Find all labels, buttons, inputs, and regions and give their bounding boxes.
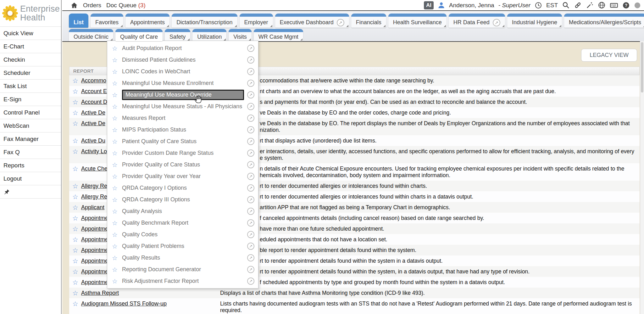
sidebar-item-reports[interactable]: Reports xyxy=(0,159,61,172)
favorite-star-icon[interactable]: ☆ xyxy=(72,183,81,189)
sidebar-item-control-panel[interactable]: Control Panel xyxy=(0,106,61,119)
tab-quality-of-care[interactable]: Quality of Care xyxy=(115,29,163,41)
report-link[interactable]: Asthma Report xyxy=(81,290,119,296)
open-report-icon[interactable]: ↗ xyxy=(247,103,254,110)
open-report-icon[interactable]: ↗ xyxy=(247,56,254,64)
open-report-icon[interactable]: ↗ xyxy=(247,45,254,52)
sidebar-item-logout[interactable]: Logout xyxy=(0,172,61,185)
open-report-icon[interactable]: ↗ xyxy=(247,231,254,238)
open-report-icon[interactable]: ↗ xyxy=(247,208,254,215)
favorite-star-icon[interactable]: ☆ xyxy=(112,126,120,134)
report-link[interactable]: Accommo xyxy=(81,77,106,84)
report-link[interactable]: Activity Lo xyxy=(81,148,107,155)
favorite-star-icon[interactable]: ☆ xyxy=(72,300,81,307)
home-icon[interactable] xyxy=(70,2,78,9)
report-link[interactable]: Appointme xyxy=(81,268,108,275)
tab-executive-dashboard[interactable]: Executive Dashboard↗ xyxy=(275,14,349,28)
report-link[interactable]: Allergy Re xyxy=(81,183,107,189)
search-icon[interactable] xyxy=(562,1,570,9)
report-link[interactable]: Appointme xyxy=(81,215,108,221)
favorite-star-icon[interactable]: ☆ xyxy=(112,184,120,192)
report-link[interactable]: Appointme xyxy=(81,236,108,243)
external-link-icon[interactable]: ↗ xyxy=(337,19,344,26)
open-report-icon[interactable]: ↗ xyxy=(247,219,254,227)
breadcrumb-doc-queue[interactable]: Doc Queue (3) xyxy=(106,2,146,9)
open-report-icon[interactable]: ↗ xyxy=(247,126,254,133)
favorite-star-icon[interactable]: ☆ xyxy=(112,266,120,273)
favorite-star-icon[interactable]: ☆ xyxy=(112,254,120,262)
favorite-star-icon[interactable]: ☆ xyxy=(112,91,120,99)
dropdown-item-loinc-codes[interactable]: ☆LOINC Codes in WebChart↗ xyxy=(107,66,258,77)
user-name[interactable]: Anderson, Jenna xyxy=(449,2,494,9)
open-report-icon[interactable]: ↗ xyxy=(247,184,254,192)
globe-icon[interactable] xyxy=(598,1,606,9)
clock-icon[interactable] xyxy=(535,2,542,9)
sidebar-item-fax-q[interactable]: Fax Q xyxy=(0,146,61,159)
open-report-icon[interactable]: ↗ xyxy=(247,80,254,87)
sidebar-item-webscan[interactable]: WebScan xyxy=(0,119,61,132)
report-link[interactable]: Active De xyxy=(81,109,105,116)
dropdown-item-provider-custom-date-range-status[interactable]: ☆Provider Custom Date Range Status↗ xyxy=(107,147,258,159)
report-link[interactable]: Applicant xyxy=(81,204,104,211)
open-report-icon[interactable]: ↗ xyxy=(247,243,254,250)
tab-employer[interactable]: Employer xyxy=(240,14,273,28)
open-report-icon[interactable]: ↗ xyxy=(247,173,254,180)
report-link[interactable]: Active Du xyxy=(81,137,105,144)
tab-hr-data-feed[interactable]: HR Data Feed↗ xyxy=(449,14,505,28)
report-link[interactable]: Appointme xyxy=(81,226,108,232)
open-report-icon[interactable]: ↗ xyxy=(247,115,254,122)
report-link[interactable]: Appointme xyxy=(81,258,108,264)
favorite-star-icon[interactable]: ☆ xyxy=(72,88,81,95)
sidebar-item-e-sign[interactable]: E-Sign xyxy=(0,93,61,106)
report-link[interactable]: Account E xyxy=(81,88,107,95)
report-link[interactable]: Active De xyxy=(81,120,105,127)
open-report-icon[interactable]: ↗ xyxy=(247,149,254,157)
external-link-icon[interactable]: ↗ xyxy=(493,19,500,26)
favorite-star-icon[interactable]: ☆ xyxy=(112,208,120,215)
dropdown-item-quality-patient-problems[interactable]: ☆Quality Patient Problems↗ xyxy=(107,240,258,252)
favorite-star-icon[interactable]: ☆ xyxy=(112,173,120,180)
favorite-star-icon[interactable]: ☆ xyxy=(72,120,81,127)
dropdown-item-risk-adjustment-factor-report[interactable]: ☆Risk Adjustment Factor Report↗ xyxy=(107,275,258,287)
tab-favorites[interactable]: Favorites xyxy=(91,14,123,28)
dropdown-item-provider-quality-of-care-status[interactable]: ☆Provider Quality of Care Status↗ xyxy=(107,159,258,171)
scrollbar-thumb[interactable] xyxy=(641,42,643,93)
favorite-star-icon[interactable]: ☆ xyxy=(72,148,81,155)
favorite-star-icon[interactable]: ☆ xyxy=(112,56,120,64)
favorite-star-icon[interactable]: ☆ xyxy=(112,80,120,87)
dropdown-item-reporting-document-generator[interactable]: ☆Reporting Document Generator↗ xyxy=(107,264,258,275)
dropdown-item-qrda-category-iii-options[interactable]: ☆QRDA Category III Options↗ xyxy=(107,194,258,205)
dropdown-item-quality-benchmark-report[interactable]: ☆Quality Benchmark Report↗ xyxy=(107,217,258,229)
favorite-star-icon[interactable]: ☆ xyxy=(112,161,120,169)
report-link[interactable]: Acute Che xyxy=(81,165,108,172)
tab-dictation-transcription[interactable]: Dictation/Transcription xyxy=(172,14,237,28)
dropdown-item-qrda-category-i-options[interactable]: ☆QRDA Category I Options↗ xyxy=(107,182,258,194)
dropdown-item-quality-analysis[interactable]: ☆Quality Analysis↗ xyxy=(107,205,258,217)
help-icon[interactable]: ? xyxy=(622,2,630,9)
breadcrumb-orders[interactable]: Orders xyxy=(83,2,101,9)
open-report-icon[interactable]: ↗ xyxy=(247,196,254,203)
favorite-star-icon[interactable]: ☆ xyxy=(112,149,120,157)
ai-badge[interactable]: AI xyxy=(424,1,434,9)
sidebar-item-fax-manager[interactable]: Fax Manager xyxy=(0,132,61,146)
favorite-star-icon[interactable]: ☆ xyxy=(72,236,81,243)
favorite-star-icon[interactable]: ☆ xyxy=(112,278,120,285)
dropdown-item-quality-codes[interactable]: ☆Quality Codes↗ xyxy=(107,229,258,240)
favorite-star-icon[interactable]: ☆ xyxy=(112,196,120,204)
dropdown-item-mu-measure-override[interactable]: ☆Meaningful Use Measure Override↗ xyxy=(107,89,258,101)
open-report-icon[interactable]: ↗ xyxy=(247,68,254,75)
dropdown-item-mu-measure-enrollment[interactable]: ☆Meaningful Use Measure Enrollment↗ xyxy=(107,77,258,89)
dropdown-item-patient-quality-of-care-status[interactable]: ☆Patient Quality of Care Status↗ xyxy=(107,136,258,147)
tab-outside-clinic[interactable]: Outside Clinic xyxy=(69,29,113,41)
favorite-star-icon[interactable]: ☆ xyxy=(72,137,81,144)
dropdown-item-audit-population-report[interactable]: ☆Audit Population Report↗ xyxy=(107,42,258,54)
tab-utilization[interactable]: Utilization xyxy=(192,29,226,41)
favorite-star-icon[interactable]: ☆ xyxy=(112,138,120,145)
sidebar-item-task-list[interactable]: Task List xyxy=(0,80,61,93)
sidebar-item-e-chart[interactable]: E-Chart xyxy=(0,40,61,53)
dropdown-item-quality-results[interactable]: ☆Quality Results↗ xyxy=(107,252,258,264)
link-icon[interactable] xyxy=(574,1,582,9)
tab-industrial-hygiene[interactable]: Industrial Hygiene xyxy=(507,14,562,28)
favorite-star-icon[interactable]: ☆ xyxy=(72,204,81,211)
vertical-scrollbar[interactable] xyxy=(640,41,644,314)
